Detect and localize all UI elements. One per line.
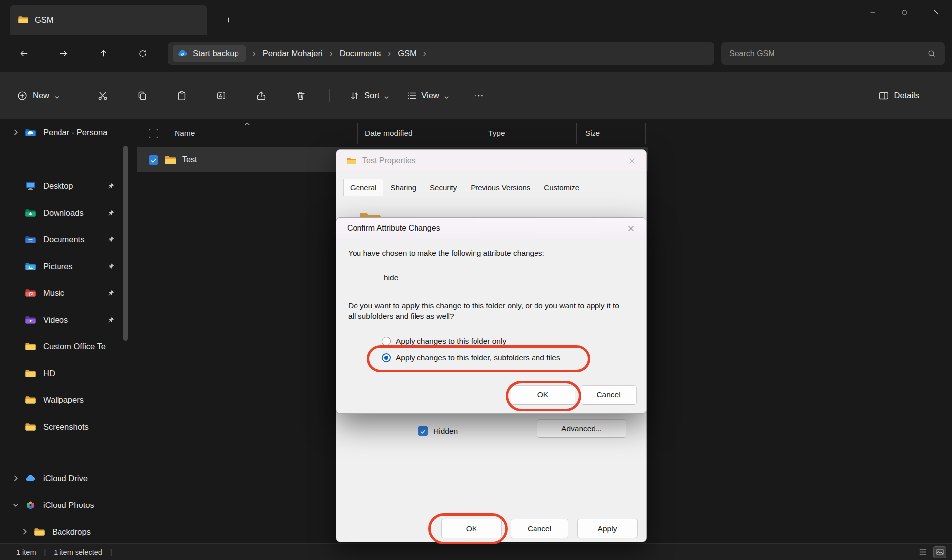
cut-button[interactable] [91,85,115,107]
close-button[interactable] [920,0,952,25]
command-bar: New Sort View Details [0,72,952,119]
thumbnail-view-toggle[interactable] [933,546,946,558]
up-button[interactable] [92,42,115,65]
search-input[interactable] [729,49,927,58]
tab-bar: GSM [0,0,952,35]
confirm-question: Do you want to apply this change to this… [348,301,628,322]
details-view-toggle[interactable] [916,546,929,558]
chevron-down-icon[interactable] [12,501,20,509]
sidebar-item-pictures[interactable]: Pictures [0,253,132,280]
sidebar-item-backdrops[interactable]: Backdrops [0,518,132,543]
properties-tab-sharing[interactable]: Sharing [383,179,423,196]
forward-button[interactable] [52,42,75,65]
dialog-title-bar[interactable]: Confirm Attribute Changes [336,218,646,239]
paste-button[interactable] [170,85,194,107]
sidebar-item-downloads[interactable]: Downloads [0,199,132,226]
copy-icon [137,90,148,101]
sidebar-item-hd[interactable]: HD [0,360,132,387]
breadcrumb-chevron-icon[interactable]: › [381,48,398,58]
sidebar-item-label: Pictures [43,262,107,271]
chevron-right-icon[interactable] [12,128,20,136]
sidebar-item-music[interactable]: Music [0,280,132,306]
sidebar-scrollbar[interactable] [123,146,128,341]
radio-option-apply-changes-to-this-folder-only[interactable]: Apply changes to this folder only [382,336,560,346]
column-header-name[interactable]: Name [137,123,357,144]
share-button[interactable] [249,85,273,107]
back-button[interactable] [12,42,35,65]
new-button[interactable]: New [11,85,65,107]
select-all-checkbox[interactable] [149,129,158,138]
chevron-spacer [12,262,20,270]
maximize-button[interactable] [889,0,920,25]
pin-icon [107,236,115,243]
sidebar-item-label: iCloud Drive [43,474,132,483]
chevron-right-icon[interactable] [12,474,20,482]
sort-button[interactable]: Sort [343,85,395,107]
breadcrumb-chevron-icon[interactable]: › [416,48,433,58]
sidebar-item-icloud-drive[interactable]: iCloud Drive [0,465,132,492]
properties-tab-previous-versions[interactable]: Previous Versions [464,179,537,196]
properties-cancel-button[interactable]: Cancel [511,519,568,538]
sidebar-item-label: iCloud Photos [43,501,132,510]
column-header-date-modified[interactable]: Date modified [357,123,478,144]
properties-tab-general[interactable]: General [343,179,383,196]
sidebar-item-pendar-persona[interactable]: Pendar - Persona [0,119,132,146]
minimize-button[interactable] [857,0,889,25]
refresh-button[interactable] [131,42,154,65]
sidebar-item-screenshots[interactable]: Screenshots [0,413,132,440]
sidebar-item-label: Desktop [43,181,107,191]
column-header-type[interactable]: Type [478,123,576,144]
folder-icon [25,394,36,406]
delete-button[interactable] [289,85,313,107]
breadcrumb-chevron-icon[interactable]: › [246,48,263,58]
sidebar-item-documents[interactable]: Documents [0,226,132,253]
explorer-tab-gsm[interactable]: GSM [10,5,207,35]
radio-selected-icon[interactable] [382,353,391,362]
documents-icon [25,234,36,245]
details-button[interactable]: Details [878,90,919,101]
sidebar-item-videos[interactable]: Videos [0,306,132,333]
new-tab-button[interactable] [219,12,237,28]
sidebar-item-custom-office-te[interactable]: Custom Office Te [0,333,132,360]
address-bar[interactable]: Start backup›Pendar Mohajeri›Documents›G… [168,42,714,65]
properties-tab-security[interactable]: Security [423,179,464,196]
properties-apply-button[interactable]: Apply [577,519,638,538]
advanced-button[interactable]: Advanced... [537,419,626,438]
more-options-button[interactable] [467,85,491,107]
breadcrumb-start-backup[interactable]: Start backup [173,45,246,62]
row-checkbox[interactable] [149,155,158,165]
chevron-spacer [12,369,20,377]
close-icon[interactable] [628,157,636,165]
breadcrumb-gsm[interactable]: GSM [398,49,416,58]
breadcrumb-pendar-mohajeri[interactable]: Pendar Mohajeri [263,49,323,58]
sidebar-item-icloud-photos[interactable]: iCloud Photos [0,492,132,518]
confirm-ok-button[interactable]: OK [511,385,575,405]
breadcrumb-documents[interactable]: Documents [340,49,381,58]
column-headers: NameDate modifiedTypeSize [137,123,646,144]
tab-close-icon[interactable] [184,12,199,27]
close-icon[interactable] [627,224,635,233]
rename-button[interactable] [210,85,234,107]
properties-tab-customize[interactable]: Customize [537,179,586,196]
hidden-checkbox[interactable] [418,426,428,436]
search-box[interactable] [721,42,945,65]
dialog-title-bar[interactable]: Test Properties [336,150,646,171]
item-count: 1 item [16,548,36,556]
downloads-icon [25,207,36,219]
sort-icon [349,90,360,101]
radio-unselected-icon[interactable] [382,337,391,346]
properties-ok-button[interactable]: OK [441,519,502,538]
confirm-cancel-button[interactable]: Cancel [581,385,637,405]
copy-button[interactable] [130,85,154,107]
view-button[interactable]: View [400,85,455,107]
file-name: Test [182,155,197,164]
chevron-right-icon[interactable] [21,528,29,536]
rename-icon [216,90,227,101]
sidebar-item-label: Screenshots [43,422,132,432]
sidebar-item-wallpapers[interactable]: Wallpapers [0,387,132,413]
sidebar-item-desktop[interactable]: Desktop [0,172,132,199]
column-header-size[interactable]: Size [576,123,646,144]
radio-option-apply-changes-to-this-folder-subfolders-and-files[interactable]: Apply changes to this folder, subfolders… [382,353,560,363]
breadcrumb-chevron-icon[interactable]: › [323,48,340,58]
dialog-title: Test Properties [362,156,622,165]
